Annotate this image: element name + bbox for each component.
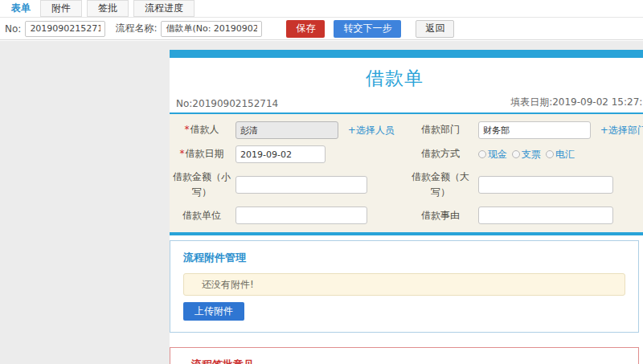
- next-step-button[interactable]: 转交下一步: [334, 20, 401, 38]
- reason-input[interactable]: [478, 207, 613, 224]
- fill-date: 填表日期:2019-09-02 15:27:1: [510, 96, 643, 109]
- unit-cell: [234, 203, 404, 227]
- process-name-label: 流程名称:: [115, 22, 157, 35]
- radio-icon: [546, 150, 554, 158]
- unit-input[interactable]: [235, 207, 367, 224]
- tab-attachments[interactable]: 附件: [40, 0, 82, 17]
- process-name-input[interactable]: [161, 21, 262, 37]
- radio-cash[interactable]: 现金: [478, 148, 507, 162]
- form-bottom-bar: [170, 232, 643, 235]
- page-title: 借款单: [170, 58, 620, 96]
- amount-upper-label: 借款金额（大写）: [404, 166, 477, 203]
- reason-cell: [477, 203, 643, 227]
- loan-form-grid: *借款人 +选择人员 借款部门 +选择部门 *借款日期 借款方式 现金 支票 电…: [170, 114, 643, 232]
- radio-check[interactable]: 支票: [512, 148, 541, 162]
- back-button[interactable]: 返回: [416, 20, 454, 38]
- save-button[interactable]: 保存: [286, 20, 325, 38]
- approval-heading: 流程签批意见: [191, 358, 617, 364]
- panel-top-bar: [170, 50, 643, 58]
- upload-attachment-button[interactable]: 上传附件: [183, 302, 244, 321]
- radio-icon: [478, 150, 486, 158]
- tab-bar: 表单 附件 签批 流程进度: [0, 0, 643, 18]
- select-person-link[interactable]: +选择人员: [348, 125, 395, 136]
- borrower-input[interactable]: [235, 121, 338, 139]
- no-input[interactable]: [25, 21, 105, 37]
- form-number: No:20190902152714: [176, 98, 278, 109]
- attachments-heading: 流程附件管理: [183, 251, 625, 265]
- amount-upper-cell: [477, 173, 643, 197]
- amount-lower-input[interactable]: [235, 176, 367, 194]
- department-cell: +选择部门: [477, 118, 643, 142]
- amount-lower-label: 借款金额（小写）: [170, 166, 234, 203]
- no-attachments-alert: 还没有附件!: [183, 273, 625, 296]
- loan-date-input[interactable]: [235, 145, 326, 163]
- unit-label: 借款单位: [170, 205, 234, 227]
- tab-process-progress[interactable]: 流程进度: [133, 0, 195, 17]
- radio-icon: [512, 150, 520, 158]
- department-label: 借款部门: [404, 119, 477, 141]
- loan-form-panel: 借款单 No:20190902152714 填表日期:2019-09-02 15…: [170, 50, 643, 364]
- tab-form[interactable]: 表单: [6, 0, 35, 17]
- approval-section: 流程签批意见 B I abc ” 样式▾ 格式▾: [170, 347, 639, 364]
- loan-date-label: *借款日期: [170, 143, 234, 165]
- attachments-section: 流程附件管理 还没有附件! 上传附件: [170, 240, 639, 333]
- amount-lower-cell: [234, 173, 404, 197]
- method-label: 借款方式: [404, 143, 477, 165]
- amount-upper-input[interactable]: [478, 176, 613, 194]
- reason-label: 借款事由: [404, 205, 477, 227]
- department-input[interactable]: [478, 121, 591, 139]
- loan-date-cell: [234, 142, 404, 166]
- radio-wire[interactable]: 电汇: [546, 148, 575, 162]
- form-head-row: No:20190902152714 填表日期:2019-09-02 15:27:…: [170, 96, 643, 112]
- loan-method-radio-group: 现金 支票 电汇: [478, 148, 643, 162]
- no-label: No:: [5, 23, 21, 35]
- toolbar: No: 流程名称: 保存 转交下一步 返回: [0, 18, 643, 40]
- select-department-link[interactable]: +选择部门: [600, 125, 643, 136]
- method-cell: 现金 支票 电汇: [477, 145, 643, 165]
- borrower-label: *借款人: [170, 119, 234, 141]
- borrower-cell: +选择人员: [234, 118, 404, 142]
- tab-approval[interactable]: 签批: [87, 0, 129, 17]
